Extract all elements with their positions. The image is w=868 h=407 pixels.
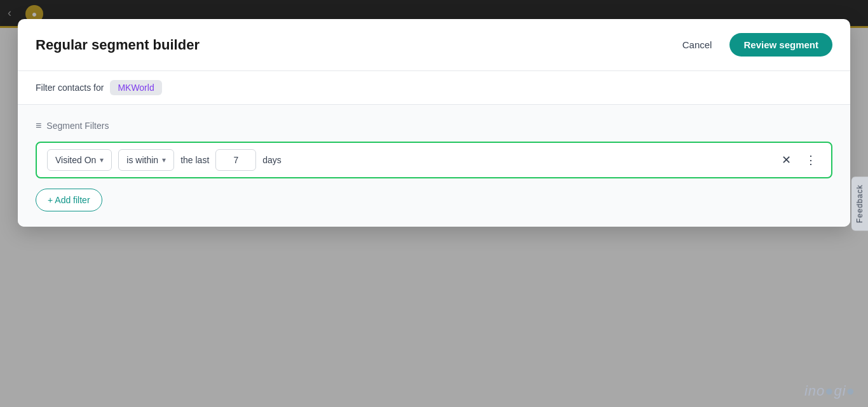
add-filter-button[interactable]: + Add filter — [36, 189, 102, 211]
modal-dialog: Regular segment builder Cancel Review se… — [18, 19, 850, 227]
modal-body: ≡ Segment Filters Visited On ▾ is within… — [18, 105, 850, 227]
field-dropdown-label: Visited On — [55, 155, 96, 165]
segment-filters-header: ≡ Segment Filters — [36, 120, 832, 131]
filter-lines-icon: ≡ — [36, 120, 41, 131]
feedback-label: Feedback — [855, 184, 864, 223]
filter-contacts-tag[interactable]: MKWorld — [110, 80, 161, 95]
days-unit-text: days — [262, 155, 281, 165]
filter-contacts-bar: Filter contacts for MKWorld — [18, 71, 850, 105]
review-segment-button[interactable]: Review segment — [729, 33, 832, 57]
modal-title: Regular segment builder — [36, 37, 200, 53]
feedback-tab[interactable]: Feedback — [851, 177, 868, 230]
the-last-text: the last — [180, 155, 209, 165]
filter-contacts-label: Filter contacts for — [36, 83, 104, 93]
more-options-button[interactable]: ⋮ — [801, 152, 821, 168]
filter-row: Visited On ▾ is within ▾ the last days — [36, 142, 832, 178]
days-value-input[interactable] — [215, 149, 256, 171]
remove-filter-button[interactable]: ✕ — [778, 152, 795, 168]
segment-filters-label: Segment Filters — [46, 121, 109, 131]
modal-header-actions: Cancel Review segment — [674, 33, 832, 57]
close-icon: ✕ — [782, 154, 791, 166]
field-dropdown[interactable]: Visited On ▾ — [47, 149, 112, 171]
cancel-button[interactable]: Cancel — [674, 34, 721, 55]
modal-header: Regular segment builder Cancel Review se… — [18, 19, 850, 71]
field-dropdown-chevron: ▾ — [100, 156, 104, 164]
operator-dropdown-label: is within — [126, 155, 158, 165]
operator-dropdown[interactable]: is within ▾ — [118, 149, 174, 171]
modal-overlay: Regular segment builder Cancel Review se… — [0, 0, 868, 407]
operator-dropdown-chevron: ▾ — [162, 156, 166, 164]
more-dots-icon: ⋮ — [805, 154, 817, 166]
